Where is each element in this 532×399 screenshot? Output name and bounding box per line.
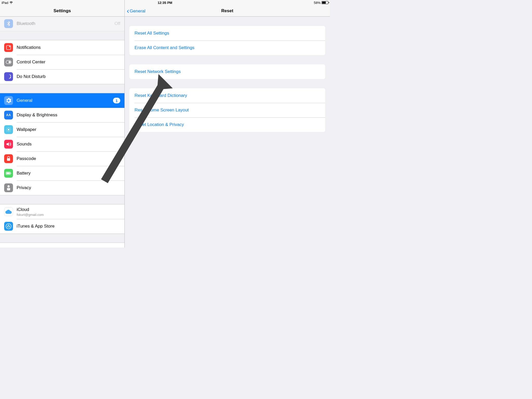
sidebar-item-sounds[interactable]: Sounds: [0, 137, 124, 151]
sidebar-item-battery[interactable]: Battery: [0, 166, 124, 181]
sidebar-item-label: Passcode: [17, 156, 120, 161]
badge-count: 1: [113, 98, 120, 103]
sidebar-item-label: Notifications: [17, 45, 120, 50]
erase-all-content[interactable]: Erase All Content and Settings: [129, 41, 325, 55]
svg-line-9: [7, 128, 8, 129]
svg-line-11: [7, 131, 8, 131]
svg-rect-16: [11, 173, 11, 174]
sidebar-item-label: Bluetooth: [17, 21, 115, 26]
detail-pane: ‹ General Reset Reset All Settings Erase…: [125, 0, 330, 248]
reset-option-label: Reset Network Settings: [135, 69, 320, 74]
bluetooth-icon: [4, 19, 13, 28]
reset-location-privacy[interactable]: Reset Location & Privacy: [129, 117, 325, 132]
svg-point-17: [6, 224, 11, 229]
sidebar-item-label: Wallpaper: [17, 127, 120, 132]
sidebar-item-label: Sounds: [17, 142, 120, 147]
reset-option-label: Reset Location & Privacy: [135, 122, 320, 127]
device-name: iPad: [2, 1, 8, 5]
svg-line-12: [10, 128, 10, 129]
clock: 12:35 PM: [0, 1, 330, 5]
appstore-icon: [4, 222, 13, 231]
sidebar-item-notifications[interactable]: Notifications: [0, 40, 124, 55]
moon-icon: [4, 72, 13, 81]
display-icon: AA: [4, 111, 13, 119]
sidebar-item-control-center[interactable]: Control Center: [0, 55, 124, 69]
svg-rect-13: [7, 158, 10, 161]
reset-keyboard-dictionary[interactable]: Reset Keyboard Dictionary: [129, 88, 325, 103]
reset-all-settings[interactable]: Reset All Settings: [129, 26, 325, 41]
reset-option-label: Reset All Settings: [135, 31, 320, 36]
sounds-icon: [4, 140, 13, 149]
sidebar-item-dnd[interactable]: Do Not Disturb: [0, 69, 124, 84]
sidebar-item-label: Control Center: [17, 59, 120, 65]
reset-home-screen-layout[interactable]: Reset Home Screen Layout: [129, 103, 325, 117]
privacy-icon: [4, 183, 13, 192]
sidebar-item-general[interactable]: General 1: [0, 93, 124, 108]
gear-icon: [4, 96, 13, 105]
reset-option-label: Erase All Content and Settings: [135, 45, 320, 50]
sidebar-item-label: Privacy: [17, 185, 120, 190]
settings-sidebar: Settings Wi-Fi superhero: [0, 0, 125, 248]
sidebar-title: Settings: [54, 8, 71, 14]
sidebar-item-icloud[interactable]: iCloud fskurt@gmail.com: [0, 204, 124, 219]
wifi-status-icon: [9, 1, 13, 5]
battery-icon: [322, 1, 328, 4]
back-label: General: [130, 9, 145, 14]
sidebar-item-itunes[interactable]: iTunes & App Store: [0, 219, 124, 234]
sidebar-item-label: Battery: [17, 171, 120, 176]
control-center-icon: [4, 58, 13, 66]
sidebar-item-label: Display & Brightness: [17, 112, 120, 118]
svg-point-1: [9, 46, 10, 47]
svg-rect-15: [6, 172, 10, 174]
battery-percent: 58%: [314, 1, 321, 5]
sidebar-item-label: Do Not Disturb: [17, 74, 120, 79]
sidebar-item-bluetooth[interactable]: Bluetooth Off: [0, 17, 124, 31]
sidebar-item-wallpaper[interactable]: Wallpaper: [0, 122, 124, 137]
reset-option-label: Reset Home Screen Layout: [135, 108, 320, 113]
sidebar-item-detail: Off: [115, 21, 120, 26]
wallpaper-icon: [4, 125, 13, 134]
icloud-icon: [4, 207, 13, 216]
chevron-left-icon: ‹: [127, 9, 129, 13]
svg-point-3: [9, 61, 11, 63]
lock-icon: [4, 154, 13, 163]
notifications-icon: [4, 43, 13, 52]
sidebar-item-passcode[interactable]: Passcode: [0, 151, 124, 166]
back-button[interactable]: ‹ General: [127, 9, 145, 14]
reset-option-label: Reset Keyboard Dictionary: [135, 93, 320, 98]
sidebar-item-sublabel: fskurt@gmail.com: [17, 213, 120, 217]
sidebar-item-display[interactable]: AA Display & Brightness: [0, 108, 124, 122]
sidebar-item-privacy[interactable]: Privacy: [0, 181, 124, 195]
battery-row-icon: [4, 169, 13, 178]
sidebar-item-label: iTunes & App Store: [17, 224, 120, 229]
sidebar-item-label: General: [17, 98, 113, 103]
svg-line-10: [10, 131, 10, 131]
sidebar-item-label: iCloud: [17, 207, 120, 212]
detail-title: Reset: [221, 8, 233, 14]
svg-point-4: [8, 129, 9, 130]
status-bar: iPad 12:35 PM 58%: [0, 0, 330, 5]
reset-network-settings[interactable]: Reset Network Settings: [129, 64, 325, 79]
